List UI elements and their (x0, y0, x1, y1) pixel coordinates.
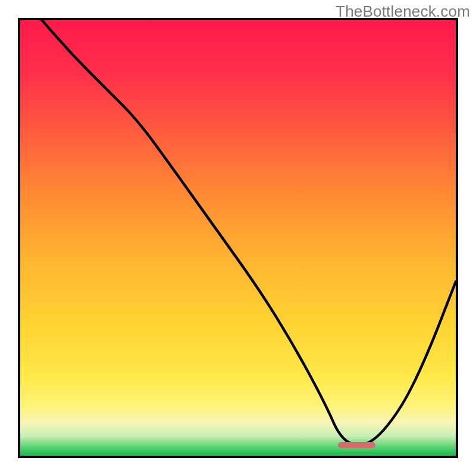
plot-area (18, 18, 458, 458)
optimum-marker (338, 442, 375, 448)
data-curve (20, 20, 456, 456)
